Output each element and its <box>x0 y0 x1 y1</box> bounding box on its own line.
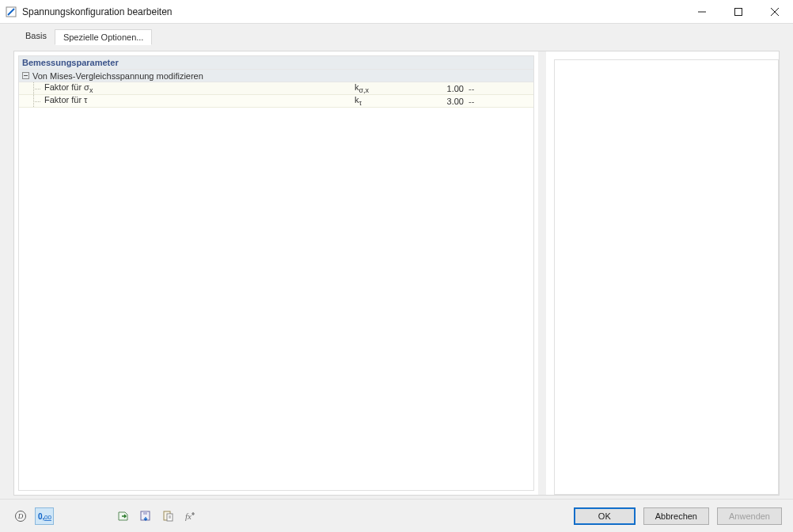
apply-button: Anwenden <box>717 507 782 525</box>
bottom-bar: D 0,00 fx OK Abbrechen Anwenden <box>0 499 793 532</box>
tree-connector-icon <box>19 82 43 94</box>
param-value[interactable]: 1.00 <box>397 84 469 93</box>
param-value[interactable]: 3.00 <box>397 97 469 106</box>
window-title: Spannungskonfiguration bearbeiten <box>22 6 172 17</box>
help-icon: D <box>14 510 27 522</box>
app-icon <box>5 6 17 18</box>
clipboard-icon <box>161 510 174 522</box>
svg-text:D: D <box>17 512 24 520</box>
function-button[interactable]: fx <box>180 507 199 525</box>
export-icon <box>139 510 152 522</box>
param-unit: -- <box>469 84 483 93</box>
svg-rect-11 <box>143 511 147 515</box>
close-button[interactable] <box>757 0 793 24</box>
collapse-icon[interactable] <box>22 72 29 79</box>
units-icon: 0,00 <box>37 511 51 522</box>
import-icon <box>117 510 130 522</box>
function-icon: fx <box>184 510 196 522</box>
param-rows: Faktor für σx kσ,x 1.00 -- Faktor für τ … <box>19 82 533 108</box>
param-label: Faktor für τ <box>43 95 355 107</box>
tree-connector-icon <box>19 95 43 107</box>
export-button[interactable] <box>136 507 155 525</box>
param-label: Faktor für σx <box>43 82 355 94</box>
panel-gap <box>538 51 546 495</box>
minimize-button[interactable] <box>684 0 720 24</box>
cancel-button[interactable]: Abbrechen <box>643 507 709 525</box>
help-button[interactable]: D <box>11 507 30 525</box>
section-header: Bemessungsparameter <box>19 56 533 70</box>
tab-special-options[interactable]: Spezielle Optionen... <box>55 29 153 45</box>
ok-button[interactable]: OK <box>574 507 636 525</box>
svg-text:fx: fx <box>185 511 192 521</box>
param-symbol: kτ <box>355 95 397 107</box>
maximize-button[interactable] <box>720 0 757 24</box>
group-label: Von Mises-Vergleichsspannung modifiziere… <box>32 70 203 82</box>
panel-parameters: Bemessungsparameter Von Mises-Vergleichs… <box>14 51 538 495</box>
units-button[interactable]: 0,00 <box>35 507 54 525</box>
param-row-sigma-x[interactable]: Faktor für σx kσ,x 1.00 -- <box>19 82 533 95</box>
clipboard-button[interactable] <box>158 507 177 525</box>
import-button[interactable] <box>114 507 133 525</box>
group-row-von-mises[interactable]: Von Mises-Vergleichsspannung modifiziere… <box>19 70 533 82</box>
panels: Bemessungsparameter Von Mises-Vergleichs… <box>13 51 780 496</box>
param-row-tau[interactable]: Faktor für τ kτ 3.00 -- <box>19 95 533 108</box>
panel-preview <box>546 51 779 495</box>
param-symbol: kσ,x <box>355 82 397 94</box>
tab-row: Basis Spezielle Optionen... <box>0 24 793 44</box>
tab-basis[interactable]: Basis <box>17 28 55 44</box>
titlebar: Spannungskonfiguration bearbeiten <box>0 0 793 24</box>
param-unit: -- <box>469 97 483 106</box>
dialog-body: Basis Spezielle Optionen... Bemessungspa… <box>0 24 793 532</box>
svg-text:00: 00 <box>44 514 51 521</box>
svg-rect-2 <box>735 8 742 15</box>
